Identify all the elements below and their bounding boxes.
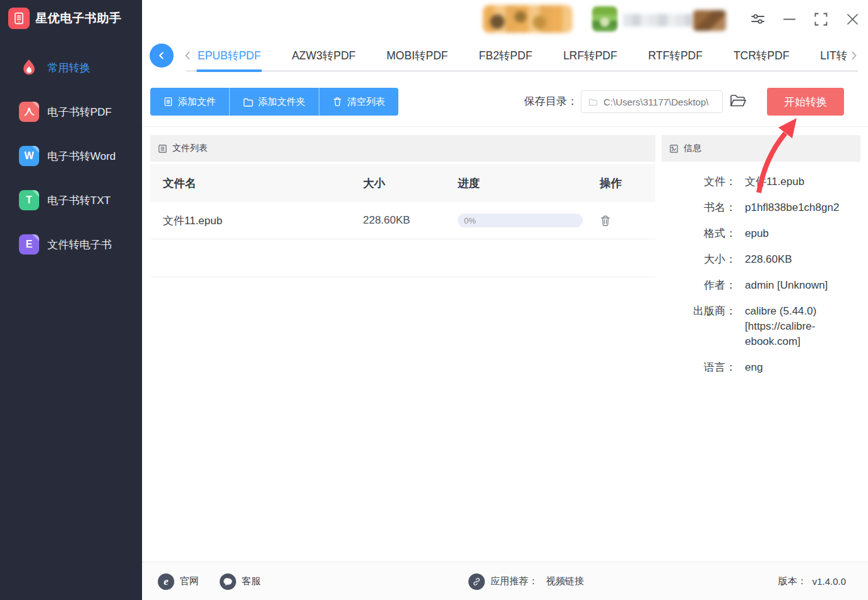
tabs-scroll-right-icon[interactable] [850, 38, 858, 73]
pdf-file-icon [19, 102, 39, 122]
sidebar-item-common-convert[interactable]: 常用转换 [0, 45, 142, 90]
info-row-publisher: 出版商： calibre (5.44.0) [https://calibre-e… [662, 304, 860, 349]
maximize-icon[interactable] [814, 12, 828, 27]
file-name: 文件11.epub [150, 213, 363, 228]
sidebar-item-label: 文件转电子书 [47, 237, 112, 252]
divider [142, 126, 868, 127]
table-header: 文件名 大小 进度 操作 [150, 164, 655, 202]
tab-lrf-to-pdf[interactable]: LRF转PDF [563, 48, 617, 63]
file-size: 228.60KB [363, 214, 458, 227]
delete-row-icon[interactable] [600, 215, 612, 227]
ereader-glyph [11, 11, 27, 26]
sidebar-item-ebook-to-word[interactable]: W 电子书转Word [0, 134, 142, 178]
save-dir-label: 保存目录： [524, 88, 578, 116]
sidebar-menu: 常用转换 电子书转PDF W 电子书转Word T [0, 45, 142, 267]
tab-fb2-to-pdf[interactable]: FB2转PDF [479, 48, 533, 63]
sidebar-item-ebook-to-txt[interactable]: T 电子书转TXT [0, 178, 142, 222]
info-card-icon [669, 144, 679, 153]
info-row-author: 作者： admin [Unknown] [662, 278, 860, 293]
column-size: 大小 [363, 176, 458, 191]
app-recommend: 应用推荐： 视频链接 [468, 562, 584, 600]
info-row-file: 文件： 文件11.epub [662, 174, 860, 189]
website-link[interactable]: e 官网 [158, 562, 199, 600]
word-file-icon: W [19, 146, 39, 166]
file-icon [163, 97, 173, 107]
progress-value: 0% [464, 216, 476, 225]
app-logo-icon [8, 8, 30, 29]
titlebar [142, 0, 868, 38]
chat-icon [220, 573, 236, 590]
tabs-scroll-left-icon[interactable] [184, 38, 191, 73]
info-title: 信息 [684, 143, 701, 154]
browse-folder-icon[interactable] [729, 93, 747, 111]
folder-icon [588, 98, 598, 106]
file-list-panel: 文件列表 文件名 大小 进度 操作 文件11.epub 228.60KB 0% [150, 135, 655, 553]
toolbar: 添加文件 添加文件夹 清空列表 保存目录： [142, 88, 868, 116]
add-folder-button[interactable]: 添加文件夹 [230, 88, 319, 116]
recommend-label: 应用推荐： [490, 575, 538, 587]
info-row-format: 格式： epub [662, 226, 860, 241]
add-file-button[interactable]: 添加文件 [150, 88, 230, 116]
app-title: 星优电子书助手 [35, 10, 122, 27]
sidebar-item-file-to-ebook[interactable]: E 文件转电子书 [0, 222, 142, 267]
table-row: 文件11.epub 228.60KB 0% [150, 202, 655, 239]
tune-icon[interactable] [751, 12, 765, 27]
progress-bar: 0% [458, 213, 583, 227]
start-convert-button[interactable]: 开始转换 [767, 88, 844, 116]
file-list-header: 文件列表 [150, 135, 655, 162]
version-label: 版本： [778, 575, 807, 587]
sidebar-item-label: 常用转换 [47, 61, 90, 75]
info-fields: 文件： 文件11.epub 书名： p1hfl838be1ch8gn2 格式： … [662, 162, 860, 375]
flame-icon [19, 57, 39, 78]
censored-user-badge [693, 10, 726, 31]
trash-icon [333, 97, 342, 107]
info-row-size: 大小： 228.60KB [662, 252, 860, 267]
table-row-empty [150, 239, 655, 277]
tab-tcr-to-pdf[interactable]: TCR转PDF [734, 48, 789, 63]
main-area: EPUB转PDF AZW3转PDF MOBI转PDF FB2转PDF LRF转P… [142, 0, 868, 600]
footer: e 官网 客服 应用推荐： [142, 561, 868, 600]
sidebar-item-label: 电子书转TXT [47, 193, 110, 208]
tab-bar: EPUB转PDF AZW3转PDF MOBI转PDF FB2转PDF LRF转P… [142, 38, 868, 73]
clear-list-button[interactable]: 清空列表 [319, 88, 398, 116]
sidebar-item-label: 电子书转PDF [47, 105, 112, 119]
save-dir-input[interactable]: C:\Users\31177\Desktop\ [581, 90, 723, 113]
sidebar: 星优电子书助手 常用转换 电子书转PDF [0, 0, 142, 600]
sidebar-item-label: 电子书转Word [47, 149, 116, 164]
browser-icon: e [158, 573, 174, 590]
column-action: 操作 [600, 176, 655, 191]
info-panel: 信息 文件： 文件11.epub 书名： p1hfl838be1ch8gn2 格… [662, 135, 860, 553]
window-controls [751, 0, 860, 38]
version-value: v1.4.0.0 [812, 576, 846, 587]
minimize-icon[interactable] [782, 12, 797, 27]
column-progress: 进度 [458, 176, 600, 191]
video-link[interactable]: 视频链接 [546, 575, 584, 587]
tab-mobi-to-pdf[interactable]: MOBI转PDF [386, 48, 448, 63]
tabs: EPUB转PDF AZW3转PDF MOBI转PDF FB2转PDF LRF转P… [198, 38, 847, 73]
info-row-bookname: 书名： p1hfl838be1ch8gn2 [662, 200, 860, 215]
folder-icon [243, 97, 253, 107]
censored-username [623, 14, 693, 27]
avatar[interactable] [592, 6, 617, 32]
sidebar-item-ebook-to-pdf[interactable]: 电子书转PDF [0, 90, 142, 134]
info-row-language: 语言： eng [662, 360, 860, 375]
save-dir-value: C:\Users\31177\Desktop\ [603, 97, 708, 107]
info-header: 信息 [662, 135, 860, 162]
tab-azw3-to-pdf[interactable]: AZW3转PDF [292, 48, 355, 63]
app-window: 星优电子书助手 常用转换 电子书转PDF [0, 0, 868, 600]
back-button[interactable] [150, 44, 174, 68]
version-info: 版本： v1.4.0.0 [778, 562, 846, 600]
tab-rtf-to-pdf[interactable]: RTF转PDF [648, 48, 703, 63]
file-list-title: 文件列表 [172, 143, 208, 154]
txt-file-icon: T [19, 190, 39, 210]
support-link[interactable]: 客服 [220, 562, 261, 600]
close-icon[interactable] [845, 12, 860, 27]
brand: 星优电子书助手 [0, 0, 142, 29]
tab-epub-to-pdf[interactable]: EPUB转PDF [198, 48, 261, 63]
tab-lit-to-pdf[interactable]: LIT转 [820, 48, 847, 63]
ebook-file-icon: E [19, 234, 39, 255]
column-filename: 文件名 [150, 176, 363, 191]
file-actions: 添加文件 添加文件夹 清空列表 [150, 88, 398, 116]
link-icon [468, 573, 485, 590]
censored-promo-badge[interactable] [483, 5, 573, 33]
